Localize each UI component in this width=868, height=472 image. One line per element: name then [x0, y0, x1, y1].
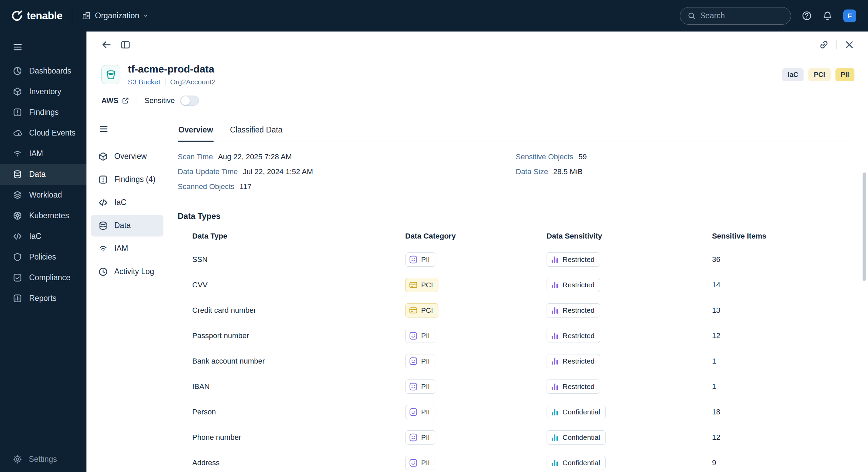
sidebar-item-label: Cloud Events	[29, 128, 76, 138]
bar-chart-icon	[550, 331, 559, 340]
sensitive-toggle[interactable]	[180, 96, 199, 106]
subnav-item[interactable]: IaC	[91, 192, 163, 213]
subnav-item-icon	[98, 152, 108, 161]
search-placeholder: Search	[700, 11, 725, 20]
help-icon	[802, 11, 812, 21]
column-header: Data Category	[391, 225, 532, 247]
subnav-item-icon	[98, 175, 108, 184]
sensitive-items-count: 12	[697, 433, 854, 442]
subnav-item[interactable]: Activity Log	[91, 261, 163, 283]
side-panel-toggle-button[interactable]	[120, 40, 131, 50]
sidebar-item[interactable]: Findings	[0, 102, 86, 123]
sidebar-collapse-button[interactable]	[13, 42, 22, 52]
resource-badges: IaC PCI PII	[782, 68, 854, 81]
tenable-logo[interactable]: tenable	[11, 10, 62, 22]
account-link[interactable]: Org2Account2	[170, 78, 216, 86]
subnav-item[interactable]: IAM	[91, 238, 163, 260]
sidebar-item-settings[interactable]: Settings	[0, 449, 86, 469]
sidebar-item-label: Compliance	[29, 273, 70, 282]
sidebar-item-label: Workload	[29, 190, 62, 200]
provider-link[interactable]: AWS	[101, 96, 129, 105]
subnav-item[interactable]: Data	[91, 215, 163, 237]
sensitivity-badge: Restricted	[547, 278, 600, 292]
subnav-item[interactable]: Findings (4)	[91, 169, 163, 190]
data-category-cell: PII	[391, 430, 532, 445]
category-label: PII	[421, 433, 430, 442]
sidebar-item-icon	[13, 108, 22, 117]
scrollbar-thumb[interactable]	[863, 172, 866, 281]
table-header-row: Data Type Data Category Data Sensitivity…	[178, 225, 854, 247]
pii-face-icon	[409, 433, 418, 442]
sensitivity-badge: Confidential	[547, 456, 606, 470]
sidebar-item[interactable]: IaC	[0, 226, 86, 247]
chevron-down-icon	[143, 13, 149, 19]
category-badge: PCI	[405, 278, 438, 292]
sensitive-label: Sensitive	[144, 96, 175, 105]
sidebar-nav: Dashboards Inventory Findings Cloud Even…	[0, 61, 86, 309]
sidebar-item[interactable]: Compliance	[0, 267, 86, 288]
organization-switcher[interactable]: Organization	[82, 11, 149, 20]
table-row: Credit card number PCI	[178, 298, 854, 323]
data-category-cell: PII	[391, 354, 532, 368]
table-row: SSN PII	[178, 247, 854, 272]
sidebar-item[interactable]: Data	[0, 164, 86, 185]
data-type-cell: Credit card number	[178, 306, 391, 315]
sidebar-item[interactable]: Inventory	[0, 81, 86, 102]
subnav-item-label: IAM	[114, 244, 128, 253]
data-type-cell: Bank account number	[178, 357, 391, 366]
search-icon	[688, 12, 696, 20]
sidebar-item-icon	[13, 294, 22, 303]
resource-subtitle: S3 Bucket Org2Account2	[128, 78, 216, 86]
main-sidebar: Dashboards Inventory Findings Cloud Even…	[0, 32, 86, 472]
table-row: IBAN PII	[178, 374, 854, 399]
data-category-cell: PII	[391, 379, 532, 394]
close-button[interactable]	[844, 40, 854, 50]
data-type-cell: Phone number	[178, 433, 391, 442]
data-sensitivity-cell: Confidential	[532, 405, 697, 419]
sensitivity-label: Restricted	[563, 255, 595, 264]
content-tab[interactable]: Classified Data	[229, 116, 283, 142]
bar-chart-icon	[550, 357, 559, 366]
category-label: PII	[421, 332, 430, 340]
sensitivity-label: Restricted	[563, 306, 595, 314]
sensitive-items-count: 13	[697, 306, 854, 315]
resource-type-link[interactable]: S3 Bucket	[128, 78, 160, 86]
resource-title: tf-acme-prod-data	[128, 63, 216, 75]
sidebar-item[interactable]: Cloud Events	[0, 123, 86, 143]
summary-field-label: Scanned Objects	[178, 182, 235, 191]
brand-text: tenable	[27, 10, 62, 22]
user-avatar[interactable]: F	[843, 9, 856, 22]
category-label: PII	[421, 383, 430, 391]
sidebar-item[interactable]: Dashboards	[0, 61, 86, 81]
sidebar-item[interactable]: Kubernetes	[0, 205, 86, 226]
category-label: PCI	[421, 281, 433, 289]
copy-link-button[interactable]	[819, 40, 829, 50]
sensitive-items-count: 1	[697, 382, 854, 391]
sidebar-item-label: Findings	[29, 108, 59, 117]
subnav-collapse-button[interactable]	[99, 124, 108, 134]
sidebar-item[interactable]: Workload	[0, 185, 86, 205]
sidebar-item-icon	[13, 128, 22, 138]
bar-chart-icon	[550, 458, 559, 467]
data-category-cell: PCI	[391, 303, 532, 317]
sidebar-item-icon	[13, 66, 22, 76]
back-button[interactable]	[101, 40, 112, 50]
notifications-button[interactable]	[823, 11, 832, 21]
sidebar-item[interactable]: IAM	[0, 143, 86, 164]
table-row: CVV PCI	[178, 272, 854, 298]
data-sensitivity-cell: Restricted	[532, 303, 697, 317]
tenable-logo-icon	[11, 10, 23, 22]
sidebar-item[interactable]: Policies	[0, 247, 86, 267]
subnav-item[interactable]: Overview	[91, 146, 163, 167]
sensitivity-badge: Restricted	[547, 329, 600, 343]
sidebar-item[interactable]: Reports	[0, 288, 86, 309]
summary-field: Data Size 28.5 MiB	[516, 167, 854, 177]
search-input[interactable]: Search	[680, 7, 791, 25]
resource-badge: PII	[835, 68, 854, 81]
pii-face-icon	[409, 331, 418, 340]
content-tab[interactable]: Overview	[178, 116, 214, 142]
help-button[interactable]	[802, 11, 812, 21]
summary-field-value: 28.5 MiB	[553, 167, 583, 177]
summary-field-label: Data Size	[516, 167, 548, 177]
bar-chart-icon	[550, 306, 559, 315]
